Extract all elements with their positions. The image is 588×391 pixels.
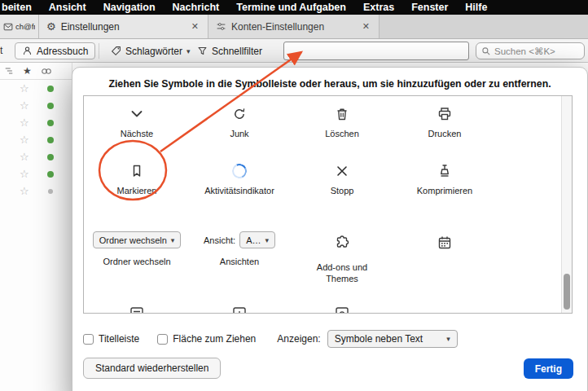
bookmark-icon	[128, 160, 146, 182]
tab-label: Einstellungen	[61, 21, 120, 33]
message-row[interactable]: ☆	[0, 97, 72, 114]
palette-scrollbar[interactable]	[561, 96, 572, 313]
toolbar-item-label: Aktivitätsindikator	[204, 185, 274, 196]
tab-mail-account[interactable]: ch@free	[0, 15, 39, 38]
message-row[interactable]: ☆	[0, 182, 72, 200]
titlebar-checkbox[interactable]: Titelleiste	[83, 333, 139, 345]
toolbar-item-kalender[interactable]	[393, 230, 496, 301]
show-mode-value: Symbole neben Text	[335, 333, 423, 345]
menu-item-fenster[interactable]: Fenster	[411, 2, 448, 13]
star-icon[interactable]: ☆	[20, 169, 29, 179]
view-select[interactable]: A… ▾	[239, 231, 275, 248]
checkbox-icon[interactable]	[157, 334, 168, 345]
unread-dot-icon	[47, 86, 54, 92]
chevron-down-icon: ▾	[186, 47, 191, 55]
toolbar-drop-target-field[interactable]	[283, 42, 469, 60]
unread-dot-icon	[47, 171, 54, 178]
star-icon[interactable]: ☆	[20, 134, 29, 145]
toolbar-item-label: Nächste	[121, 128, 153, 139]
dragspace-checkbox[interactable]: Fläche zum Ziehen	[157, 333, 256, 345]
tab-settings[interactable]: ⚙ Einstellungen ✕	[39, 15, 208, 38]
toolbar-item-label: Markieren	[117, 185, 157, 196]
clipped-toolbar-button[interactable]: t	[0, 45, 7, 56]
card-lines-icon	[128, 303, 146, 314]
message-row[interactable]: ☆	[0, 114, 72, 131]
menu-item-ansicht[interactable]: Ansicht	[49, 2, 86, 13]
message-list-header: ★	[0, 63, 72, 80]
search-input[interactable]	[494, 46, 579, 56]
toolbar-item-naechste[interactable]: Nächste	[86, 101, 188, 158]
compress-icon	[436, 160, 454, 182]
close-icon[interactable]: ✕	[190, 21, 200, 32]
thread-column-icon[interactable]	[4, 66, 14, 76]
show-mode-select[interactable]: Symbole neben Text ▾	[327, 330, 458, 348]
menu-item-hilfe[interactable]: Hilfe	[465, 2, 487, 13]
toolbar-item-junk[interactable]: Junk	[188, 101, 291, 158]
unread-dot-icon	[47, 103, 54, 109]
tags-dropdown-button[interactable]: Schlagwörter ▾	[111, 42, 191, 59]
quickfilter-label: Schnellfilter	[212, 46, 262, 57]
starred-column-icon[interactable]: ★	[23, 65, 32, 77]
scrollbar-thumb[interactable]	[564, 274, 570, 310]
chevron-down-icon: ▾	[171, 236, 175, 244]
toolbar-item-markieren[interactable]: Markieren	[86, 158, 188, 230]
tags-label: Schlagwörter	[125, 46, 182, 57]
toolbar-item-loeschen[interactable]: Löschen	[291, 101, 393, 158]
star-icon[interactable]: ☆	[20, 100, 29, 111]
search-box	[476, 42, 585, 59]
toolbar-item-drucken[interactable]: Drucken	[393, 101, 496, 158]
tag-icon	[111, 46, 121, 56]
printer-icon	[436, 103, 454, 125]
toolbar-item-label: Ansichten	[220, 256, 259, 267]
toolbar-item-partial-1[interactable]	[86, 301, 188, 314]
addressbook-label: Adressbuch	[37, 46, 88, 57]
toolbar-item-label: Komprimieren	[417, 185, 472, 196]
message-row[interactable]: ☆	[0, 131, 72, 148]
account-settings-icon	[216, 21, 226, 32]
activity-spinner-icon	[232, 160, 247, 182]
card-gear-icon	[333, 303, 351, 314]
close-icon[interactable]: ✕	[361, 21, 371, 32]
star-icon[interactable]: ☆	[20, 117, 29, 128]
quickfilter-button[interactable]: Schnellfilter	[197, 42, 262, 59]
star-icon[interactable]: ☆	[20, 186, 29, 196]
restore-defaults-button[interactable]: Standard wiederherstellen	[83, 358, 221, 379]
toolbar-item-ansichten[interactable]: Ansicht: A… ▾ Ansichten	[188, 230, 291, 301]
chevron-down-icon: ▾	[446, 335, 450, 343]
dialog-instruction: Ziehen Sie Symbole in die Symbolleiste o…	[72, 78, 587, 90]
toolbar-item-ordner-wechseln[interactable]: Ordner wechseln ▾ Ordner wechseln	[86, 230, 188, 301]
mail-icon	[3, 22, 13, 32]
message-row[interactable]: ☆	[0, 165, 72, 182]
tab-label: ch@free	[15, 22, 35, 31]
unread-dot-icon	[48, 189, 53, 194]
toolbar-item-partial-2[interactable]	[188, 301, 291, 314]
toolbar-item-addons[interactable]: Add-ons und Themes	[291, 230, 393, 301]
toolbar-item-komprimieren[interactable]: Komprimieren	[393, 158, 496, 230]
toolbar-item-aktivitaetsindikator[interactable]: Aktivitätsindikator	[188, 158, 291, 230]
addressbook-button[interactable]: Adressbuch	[15, 42, 95, 59]
star-icon[interactable]: ☆	[20, 83, 29, 94]
checkbox-icon[interactable]	[83, 334, 94, 345]
dialog-options-row: Titelleiste Fläche zum Ziehen Anzeigen: …	[83, 330, 574, 348]
tab-label: Konten-Einstellungen	[231, 21, 324, 33]
attachment-column-icon[interactable]	[41, 67, 52, 76]
view-select-value: A…	[246, 235, 261, 245]
tab-bar: ch@free ⚙ Einstellungen ✕ Konten-Einstel…	[0, 15, 588, 39]
toolbar-item-stopp[interactable]: Stopp	[291, 158, 393, 230]
menu-item-nachricht[interactable]: Nachricht	[173, 2, 220, 13]
message-row[interactable]: ☆	[0, 80, 72, 97]
menu-item-extras[interactable]: Extras	[363, 2, 394, 13]
tab-account-settings[interactable]: Konten-Einstellungen ✕	[208, 15, 380, 38]
star-icon[interactable]: ☆	[20, 152, 29, 162]
toolbar-item-partial-3[interactable]	[291, 301, 393, 314]
show-mode-label: Anzeigen:	[277, 333, 320, 345]
menu-item-bearbeiten[interactable]: beiten	[2, 2, 32, 13]
customize-toolbar-dialog: Ziehen Sie Symbole in die Symbolleiste o…	[72, 67, 588, 391]
toolbar-item-label: Stopp	[331, 185, 354, 196]
message-list: ★ ☆ ☆ ☆ ☆ ☆ ☆ ☆	[0, 63, 72, 391]
menu-item-navigation[interactable]: Navigation	[103, 2, 156, 13]
menu-item-termine[interactable]: Termine und Aufgaben	[236, 2, 346, 13]
message-row[interactable]: ☆	[0, 148, 72, 165]
done-button[interactable]: Fertig	[524, 358, 573, 379]
folder-select[interactable]: Ordner wechseln ▾	[93, 231, 182, 248]
